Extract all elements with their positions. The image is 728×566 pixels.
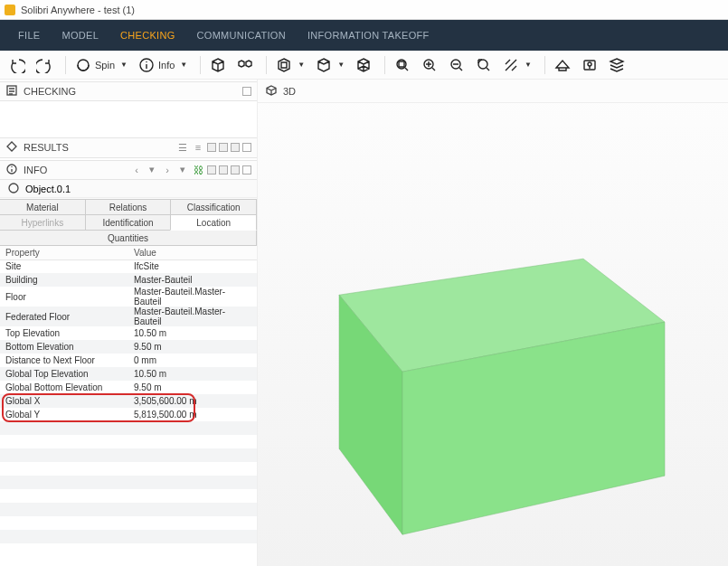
menu-item-information-takeoff[interactable]: INFORMATION TAKEOFF <box>297 20 440 51</box>
results-title: RESULTS <box>24 142 69 153</box>
table-row[interactable]: FloorMaster-Bauteil.Master-Bauteil <box>0 287 257 307</box>
table-row[interactable]: Global X3,505,600.00 m <box>0 394 257 408</box>
table-row[interactable]: Global Y5,819,500.00 m <box>0 408 257 421</box>
map-button[interactable] <box>578 53 601 77</box>
table-row[interactable]: Global Top Elevation10.50 m <box>0 367 257 381</box>
header-value[interactable]: Value <box>128 246 257 259</box>
toolbar-separator <box>200 56 201 74</box>
tab-location[interactable]: Location <box>170 214 257 231</box>
results-tool-5[interactable] <box>231 143 240 152</box>
tab-identification[interactable]: Identification <box>85 214 172 231</box>
nav-first-button[interactable]: ‹ <box>130 164 143 176</box>
redo-icon <box>36 57 52 73</box>
empty-area <box>0 421 257 566</box>
header-property[interactable]: Property <box>0 246 128 259</box>
checking-panel-header: CHECKING <box>0 81 257 101</box>
zoom-window-button[interactable] <box>472 53 496 77</box>
spin-button[interactable]: Spin ▼ <box>71 53 131 77</box>
results-tool-1[interactable]: ☰ <box>176 141 189 154</box>
menubar: FILE MODEL CHECKING COMMUNICATION INFORM… <box>0 20 728 51</box>
menu-item-checking[interactable]: CHECKING <box>109 20 185 51</box>
cube-button-2[interactable] <box>233 53 257 77</box>
titlebar: Solibri Anywhere - test (1) <box>0 0 728 20</box>
nav-dropdown[interactable]: ▾ <box>146 164 158 176</box>
results-icon <box>5 140 18 155</box>
menu-item-communication[interactable]: COMMUNICATION <box>186 20 297 51</box>
cube-button-1[interactable] <box>206 53 230 77</box>
wireframe-cube-icon <box>355 57 372 73</box>
table-row[interactable]: BuildingMaster-Bauteil <box>0 273 257 287</box>
nav-next-button[interactable]: › <box>161 164 174 176</box>
maximize-panel-button[interactable] <box>242 165 251 175</box>
svg-point-5 <box>478 60 487 69</box>
undo-button[interactable] <box>5 53 29 77</box>
zoom-out-button[interactable] <box>445 53 468 77</box>
info-title: INFO <box>24 165 47 175</box>
redo-button[interactable] <box>33 53 56 77</box>
window-title: Solibri Anywhere - test (1) <box>21 5 135 15</box>
toolbar-separator <box>65 56 66 74</box>
3d-viewport[interactable]: 3D <box>258 80 728 566</box>
value-cell: 9.50 m <box>128 381 257 394</box>
tab-quantities[interactable]: Quantities <box>0 230 257 246</box>
property-cell: Global Y <box>0 408 128 421</box>
info-tool-2[interactable] <box>219 165 228 175</box>
layers-button[interactable] <box>605 53 629 77</box>
zoom-extents-button[interactable] <box>391 53 414 77</box>
hide-cube-icon <box>316 57 332 73</box>
zoom-in-button[interactable] <box>418 53 441 77</box>
tab-hyperlinks[interactable]: Hyperlinks <box>0 214 86 231</box>
results-tool-4[interactable] <box>219 143 228 152</box>
value-cell: Master-Bauteil.Master-Bauteil <box>128 307 257 326</box>
value-cell: 3,505,600.00 m <box>128 394 257 408</box>
info-button[interactable]: Info ▼ <box>135 53 191 77</box>
table-row[interactable]: Global Bottom Elevation9.50 m <box>0 381 257 394</box>
results-tool-2[interactable]: ≡ <box>192 141 204 154</box>
toolbar-separator <box>384 56 385 74</box>
table-row[interactable]: Top Elevation10.50 m <box>0 326 257 340</box>
property-cell: Global X <box>0 394 128 408</box>
value-cell: 0 mm <box>128 354 257 367</box>
left-panel: CHECKING RESULTS ☰ ≡ I <box>0 80 258 566</box>
zoom-window-icon <box>476 57 492 73</box>
menu-item-model[interactable]: MODEL <box>51 20 109 51</box>
checklist-icon <box>5 84 18 99</box>
3d-cube <box>285 177 701 541</box>
property-cell: Top Elevation <box>0 326 128 340</box>
table-row[interactable]: Bottom Elevation9.50 m <box>0 340 257 354</box>
results-tool-3[interactable] <box>207 143 216 152</box>
value-cell: Master-Bauteil.Master-Bauteil <box>128 287 257 307</box>
hide-button[interactable]: ▼ <box>312 53 348 77</box>
table-row[interactable]: Federated FloorMaster-Bauteil.Master-Bau… <box>0 307 257 326</box>
property-cell: Site <box>0 259 128 273</box>
maximize-panel-button[interactable] <box>242 143 251 152</box>
nav-dropdown-2[interactable]: ▾ <box>176 164 189 176</box>
table-row[interactable]: SiteIfcSite <box>0 259 257 273</box>
section-button[interactable] <box>551 53 574 77</box>
info-panel-body: Object.0.1 Material Relations Classifica… <box>0 180 257 566</box>
table-row[interactable]: Distance to Next Floor0 mm <box>0 354 257 367</box>
toolbar-separator <box>544 56 545 74</box>
results-panel-header: RESULTS ☰ ≡ <box>0 137 257 157</box>
tab-material[interactable]: Material <box>0 199 86 215</box>
measure-button[interactable]: ▼ <box>499 53 535 77</box>
link-icon[interactable]: ⛓ <box>192 164 204 176</box>
zoom-out-icon <box>449 57 465 73</box>
maximize-panel-button[interactable] <box>242 87 251 96</box>
toolbar-separator <box>266 56 267 74</box>
main-toolbar: Spin ▼ Info ▼ ▼ ▼ ▼ <box>0 51 728 80</box>
tab-classification[interactable]: Classification <box>170 199 257 215</box>
info-tool-3[interactable] <box>231 165 240 175</box>
info-icon <box>5 163 18 177</box>
value-cell: IfcSite <box>128 259 257 273</box>
layers-icon <box>609 57 625 73</box>
property-cell: Building <box>0 273 128 287</box>
info-tool-1[interactable] <box>207 165 216 175</box>
spin-icon <box>75 57 91 73</box>
chevron-down-icon: ▼ <box>525 61 532 69</box>
object-row[interactable]: Object.0.1 <box>0 180 257 198</box>
reveal-button[interactable]: ▼ <box>272 53 308 77</box>
menu-item-file[interactable]: FILE <box>7 20 51 51</box>
tab-relations[interactable]: Relations <box>85 199 172 215</box>
wireframe-button[interactable] <box>352 53 375 77</box>
